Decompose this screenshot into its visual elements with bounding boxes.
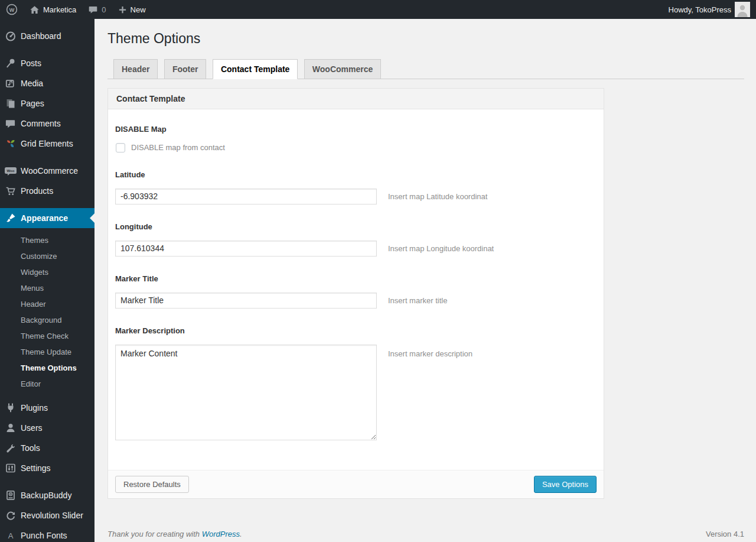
site-name: Marketica (43, 5, 76, 14)
sidebar-label: Pages (21, 99, 44, 108)
sidebar-label: Tools (21, 443, 40, 453)
sidebar-subitem-background[interactable]: Background (0, 312, 94, 328)
sidebar-label: Punch Fonts (21, 531, 67, 540)
menu-separator (0, 478, 94, 485)
sidebar-label: BackupBuddy (21, 491, 71, 500)
field-hint: Insert marker description (388, 345, 472, 358)
tab-contact-template[interactable]: Contact Template (213, 59, 298, 79)
wordpress-link[interactable]: WordPress (202, 530, 240, 538)
wordpress-logo-menu[interactable]: W (0, 0, 24, 19)
comment-bubble-icon (88, 5, 98, 15)
new-content-link[interactable]: New (112, 0, 152, 19)
wrench-icon (0, 442, 21, 454)
dashboard-icon (0, 30, 21, 42)
brush-icon (0, 212, 21, 224)
howdy-account-link[interactable]: Howdy, TokoPress (663, 0, 756, 19)
grid-elements-icon (0, 138, 21, 150)
page-footer: Thank you for creating with WordPress. V… (107, 530, 744, 538)
menu-separator (0, 46, 94, 53)
sidebar-item-plugins[interactable]: Plugins (0, 398, 94, 418)
restore-defaults-button[interactable]: Restore Defaults (115, 476, 189, 494)
sidebar-item-posts[interactable]: Posts (0, 53, 94, 73)
letter-a-icon: A (0, 530, 21, 541)
sidebar-item-dashboard[interactable]: Dashboard (0, 26, 94, 46)
page-title: Theme Options (107, 28, 744, 50)
sidebar-subitem-theme-update[interactable]: Theme Update (0, 344, 94, 360)
wordpress-logo-icon: W (6, 4, 18, 15)
sidebar-item-users[interactable]: Users (0, 418, 94, 438)
field-label: DISABLE Map (115, 125, 597, 134)
menu-separator (0, 154, 94, 161)
site-name-link[interactable]: Marketica (24, 0, 82, 19)
panel-body: DISABLE Map DISABLE map from contact Lat… (108, 109, 604, 470)
longitude-field: Longitude Insert map Longitude koordinat (115, 222, 597, 257)
media-icon (0, 77, 21, 89)
sidebar-item-appearance[interactable]: Appearance (0, 208, 94, 228)
svg-text:W: W (9, 7, 15, 13)
panel-title: Contact Template (108, 89, 604, 109)
disable-map-field: DISABLE Map DISABLE map from contact (115, 125, 597, 152)
sidebar-item-woocommerce[interactable]: Woo WooCommerce (0, 161, 94, 181)
sidebar-item-grid-elements[interactable]: Grid Elements (0, 134, 94, 154)
sidebar-label: Products (21, 186, 53, 196)
checkbox-row: DISABLE map from contact (115, 143, 597, 152)
sidebar-item-backupbuddy[interactable]: BackupBuddy (0, 485, 94, 505)
disable-map-checkbox[interactable] (116, 143, 125, 152)
svg-text:A: A (8, 531, 13, 540)
contact-template-panel: Contact Template DISABLE Map DISABLE map… (107, 88, 604, 499)
svg-text:Woo: Woo (6, 169, 14, 173)
woocommerce-badge-icon: Woo (0, 165, 21, 177)
field-hint: Insert map Longitude koordinat (388, 244, 494, 253)
sidebar-item-settings[interactable]: Settings (0, 458, 94, 478)
save-options-button[interactable]: Save Options (534, 476, 597, 494)
cart-icon (0, 185, 21, 197)
sidebar-label: WooCommerce (21, 166, 78, 176)
appearance-submenu: Themes Customize Widgets Menus Header Ba… (0, 228, 94, 398)
comments-link[interactable]: 0 (82, 0, 112, 19)
user-icon (0, 422, 21, 434)
sliders-icon (0, 462, 21, 474)
sidebar-item-media[interactable]: Media (0, 73, 94, 93)
sidebar-item-punch-fonts[interactable]: A Punch Fonts (0, 525, 94, 542)
sidebar-label: Grid Elements (21, 139, 73, 148)
sidebar-item-tools[interactable]: Tools (0, 438, 94, 458)
sidebar-subitem-header[interactable]: Header (0, 296, 94, 312)
sidebar-item-comments[interactable]: Comments (0, 113, 94, 134)
field-hint: Insert map Latitude koordinat (388, 192, 487, 201)
version-text: Version 4.1 (706, 530, 744, 538)
tab-woocommerce[interactable]: WooCommerce (304, 59, 381, 79)
avatar (735, 2, 750, 17)
sidebar-item-products[interactable]: Products (0, 181, 94, 201)
thanks-period: . (240, 530, 242, 538)
sidebar-subitem-menus[interactable]: Menus (0, 280, 94, 296)
sidebar-label: Dashboard (21, 31, 61, 41)
marker-title-field: Marker Title Insert marker title (115, 274, 597, 309)
field-label: Marker Title (115, 274, 597, 283)
sidebar-subitem-customize[interactable]: Customize (0, 248, 94, 264)
sidebar-subitem-theme-check[interactable]: Theme Check (0, 328, 94, 344)
marker-title-input[interactable] (115, 293, 377, 309)
refresh-arrows-icon (0, 509, 21, 521)
sidebar-item-revolution-slider[interactable]: Revolution Slider (0, 505, 94, 525)
sidebar-subitem-theme-options[interactable]: Theme Options (0, 360, 94, 376)
plug-icon (0, 402, 21, 414)
tab-footer[interactable]: Footer (164, 59, 207, 79)
tab-bar: Header Footer Contact Template WooCommer… (107, 59, 744, 79)
tab-header[interactable]: Header (113, 59, 158, 79)
panel-footer: Restore Defaults Save Options (108, 470, 604, 499)
comment-bubble-icon (0, 118, 21, 129)
home-icon (30, 5, 40, 15)
comment-count: 0 (102, 5, 106, 14)
checkbox-label: DISABLE map from contact (131, 143, 225, 152)
sidebar-item-pages[interactable]: Pages (0, 93, 94, 113)
sidebar-subitem-themes[interactable]: Themes (0, 232, 94, 248)
sidebar-subitem-widgets[interactable]: Widgets (0, 264, 94, 280)
pin-icon (0, 57, 21, 69)
latitude-field: Latitude Insert map Latitude koordinat (115, 170, 597, 205)
backup-drive-icon (0, 489, 21, 501)
marker-description-textarea[interactable]: Marker Content (115, 345, 377, 440)
longitude-input[interactable] (115, 241, 377, 257)
field-label: Latitude (115, 170, 597, 179)
sidebar-subitem-editor[interactable]: Editor (0, 376, 94, 392)
latitude-input[interactable] (115, 189, 377, 205)
